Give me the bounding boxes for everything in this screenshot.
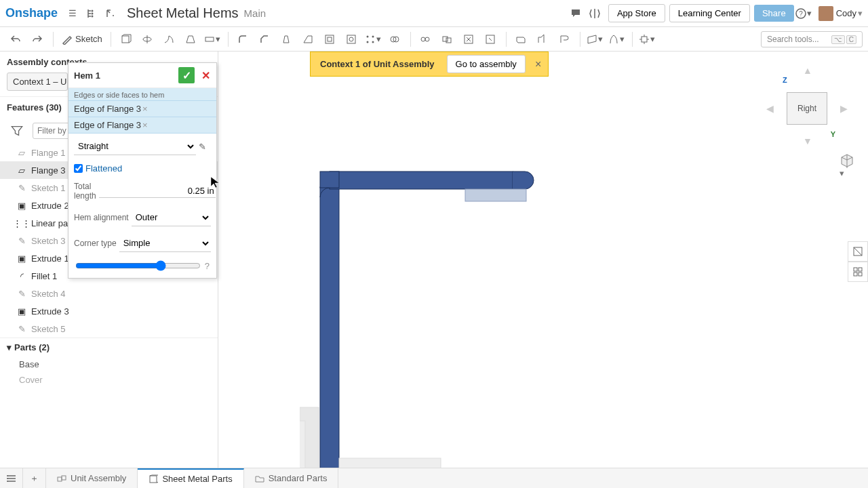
feature-item[interactable]: ▣Extrude 3 xyxy=(0,302,218,320)
svg-rect-29 xyxy=(465,189,526,201)
selection-item[interactable]: Edge of Flange 3× xyxy=(68,101,216,117)
part-item[interactable]: Base xyxy=(0,357,218,372)
exploded-view-icon[interactable] xyxy=(848,262,868,282)
plane-icon[interactable]: ▾ xyxy=(585,29,605,49)
comments-icon[interactable] xyxy=(566,4,585,23)
svg-rect-31 xyxy=(300,421,305,468)
modify-fillet-icon[interactable] xyxy=(480,29,500,49)
wand-icon[interactable]: ✎ xyxy=(199,142,211,152)
draft-icon[interactable] xyxy=(276,29,296,49)
tab-standard-parts[interactable]: Standard Parts xyxy=(244,468,339,489)
hem-tool-icon[interactable] xyxy=(554,29,574,49)
svg-rect-44 xyxy=(62,476,66,480)
part-item[interactable]: Cover xyxy=(0,372,218,388)
chevron-down-icon: ▾ xyxy=(7,342,12,352)
learning-center-button[interactable]: Learning Center xyxy=(669,4,750,22)
help-icon[interactable]: ? ▾ xyxy=(794,4,813,23)
hem-alignment-label: Hem alignment xyxy=(74,213,129,222)
svg-rect-26 xyxy=(320,187,339,468)
feature-item[interactable]: ✎Sketch 4 xyxy=(0,285,218,302)
view-down-arrow[interactable]: ▼ xyxy=(803,136,812,146)
sweep-icon[interactable] xyxy=(159,29,179,49)
sketch-icon: ✎ xyxy=(16,323,27,334)
help-icon[interactable]: ? xyxy=(205,261,210,271)
transform-icon[interactable] xyxy=(415,29,435,49)
document-branch[interactable]: Main xyxy=(244,7,267,19)
tree-icon[interactable] xyxy=(82,4,101,23)
loft-icon[interactable] xyxy=(180,29,201,49)
svg-rect-39 xyxy=(859,272,862,276)
thicken-icon[interactable]: ▾ xyxy=(202,29,222,49)
parts-header[interactable]: ▾ Parts (2) xyxy=(0,338,218,357)
context-select[interactable]: Context 1 – U xyxy=(7,73,68,91)
svg-rect-43 xyxy=(58,477,62,481)
enclose-icon[interactable]: ▾ xyxy=(606,29,627,49)
close-banner-icon[interactable]: × xyxy=(528,56,548,73)
svg-rect-6 xyxy=(122,36,129,43)
sheet-metal-icon[interactable] xyxy=(511,29,531,49)
svg-rect-32 xyxy=(339,458,441,468)
avatar xyxy=(818,6,833,21)
corner-slider[interactable] xyxy=(75,260,201,271)
feature-item[interactable]: ✎Sketch 5 xyxy=(0,320,218,338)
total-length-input[interactable] xyxy=(99,184,216,198)
svg-point-40 xyxy=(7,475,8,476)
svg-point-14 xyxy=(372,35,374,37)
compare-icon[interactable] xyxy=(585,4,604,23)
flattened-label: Flattened xyxy=(85,163,122,174)
svg-rect-37 xyxy=(859,268,862,271)
tab-menu-icon[interactable] xyxy=(0,468,23,489)
view-up-arrow[interactable]: ▲ xyxy=(803,65,812,76)
hamburger-icon[interactable]: ☰ xyxy=(63,4,82,23)
view-cube[interactable]: ▲ ▼ ◀ ▶ Right Z Y xyxy=(766,65,848,146)
custom-feature-icon[interactable]: ▾ xyxy=(637,29,657,49)
hole-icon[interactable] xyxy=(341,29,361,49)
filter-icon[interactable] xyxy=(7,121,27,141)
insert-icon[interactable] xyxy=(101,4,120,23)
sketch-button[interactable]: Sketch xyxy=(58,31,106,47)
sketch-icon: ✎ xyxy=(16,288,27,299)
go-to-assembly-button[interactable]: Go to assembly xyxy=(447,55,526,73)
remove-selection-icon[interactable]: × xyxy=(142,104,211,114)
pattern-icon[interactable]: ▾ xyxy=(363,29,383,49)
canvas-3d[interactable]: ▲ ▼ ◀ ▶ Right Z Y ▾ xyxy=(218,52,868,468)
model-geometry xyxy=(300,170,571,468)
share-button[interactable]: Share xyxy=(754,5,794,22)
chamfer-icon[interactable] xyxy=(254,29,275,49)
move-icon[interactable] xyxy=(437,29,457,49)
view-cube-face[interactable]: Right xyxy=(787,92,827,125)
selection-item[interactable]: Edge of Flange 3× xyxy=(68,117,216,134)
document-title[interactable]: Sheet Metal Hems xyxy=(127,5,239,21)
tab-sheet-metal-parts[interactable]: Sheet Metal Parts xyxy=(138,468,243,489)
boolean-icon[interactable] xyxy=(384,29,405,49)
tab-unit-assembly[interactable]: Unit Assembly xyxy=(46,468,138,489)
hem-alignment-select[interactable]: Outer xyxy=(132,209,211,226)
rib-icon[interactable] xyxy=(298,29,318,49)
view-left-arrow[interactable]: ◀ xyxy=(766,103,774,114)
view-right-arrow[interactable]: ▶ xyxy=(840,103,848,114)
section-view-icon[interactable] xyxy=(848,241,868,262)
user-menu[interactable]: Cody ▾ xyxy=(818,6,863,21)
kbd-c: C xyxy=(846,35,856,44)
remove-selection-icon[interactable]: × xyxy=(142,120,211,130)
redo-icon[interactable] xyxy=(27,29,47,49)
shell-icon[interactable] xyxy=(319,29,340,49)
search-placeholder: Search tools... xyxy=(767,35,819,44)
svg-rect-27 xyxy=(330,171,513,189)
cancel-button[interactable]: ✕ xyxy=(197,67,214,83)
hem-type-select[interactable]: Straight xyxy=(74,138,196,155)
fillet-icon[interactable] xyxy=(233,29,253,49)
flattened-checkbox[interactable] xyxy=(74,164,83,173)
corner-type-select[interactable]: Simple xyxy=(119,235,211,252)
render-mode-icon[interactable]: ▾ xyxy=(840,153,854,178)
extrude-icon[interactable] xyxy=(115,29,136,49)
svg-rect-25 xyxy=(642,37,647,42)
add-tab-icon[interactable]: ＋ xyxy=(23,468,46,489)
undo-icon[interactable] xyxy=(5,29,26,49)
flange-tool-icon[interactable] xyxy=(532,29,553,49)
confirm-button[interactable]: ✓ xyxy=(178,67,195,83)
app-store-button[interactable]: App Store xyxy=(608,4,665,22)
revolve-icon[interactable] xyxy=(137,29,157,49)
delete-face-icon[interactable] xyxy=(458,29,479,49)
search-tools-input[interactable]: Search tools... ⌥C xyxy=(761,31,863,47)
